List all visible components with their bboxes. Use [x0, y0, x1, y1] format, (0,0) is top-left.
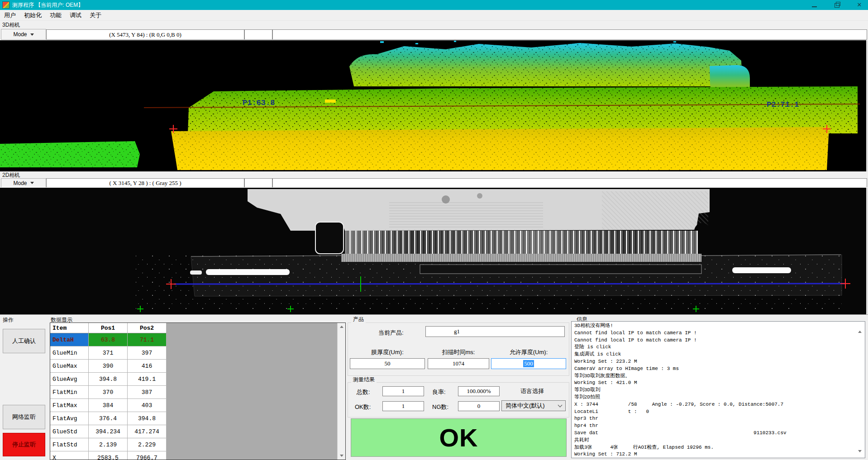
menu-item-user[interactable]: 用户 [0, 10, 20, 20]
restore-button[interactable] [831, 0, 843, 9]
ok-count-field[interactable]: 1 [382, 401, 424, 411]
log-scroll-down-button[interactable] [858, 452, 862, 460]
col-header-item[interactable]: Item [50, 323, 89, 333]
scroll-down-button[interactable] [338, 452, 345, 460]
film-thickness-field[interactable]: 50 [350, 358, 425, 369]
heightmap-3d-image: P1:63.8 P2:71.1 [0, 40, 868, 171]
viewport-edge [866, 40, 868, 171]
chevron-down-icon [30, 33, 34, 36]
log-line: Cannot find local IP to match camera IP … [574, 337, 865, 344]
table-scrollbar[interactable] [337, 323, 345, 460]
camera2d-aux-box [244, 178, 272, 188]
table-row-gluemin[interactable]: GlueMin 371 397 [50, 346, 167, 360]
ok-count-label: OK数: [355, 403, 371, 411]
log-line: 共耗时 [574, 437, 865, 444]
log-line: CameraV array to HImage time : 3 ms [574, 365, 865, 373]
log-line: hpr3 thr [574, 415, 865, 422]
ng-count-field[interactable]: 0 [458, 401, 500, 411]
total-label: 总数: [357, 388, 370, 396]
close-button[interactable]: ✕ [854, 0, 865, 9]
table-row-glueavg[interactable]: GlueAvg 394.8 419.1 [50, 373, 167, 386]
menu-item-debug[interactable]: 调试 [66, 10, 86, 20]
p1-measurement-label: P1:63.8 [243, 99, 275, 107]
network-listen-button[interactable]: 网络监听 [3, 405, 45, 429]
manual-confirm-button[interactable]: 人工确认 [3, 329, 45, 353]
restore-icon [835, 3, 839, 8]
log-scroll-up-button[interactable] [858, 323, 862, 331]
minimize-icon [812, 6, 817, 7]
scan-time-label: 扫描时间ms: [428, 348, 489, 356]
log-line: Working Set : 223.2 M [574, 358, 865, 365]
table-row-flatmax[interactable]: FlatMax 384 403 [50, 399, 167, 412]
current-product-label: 当前产品: [378, 329, 404, 337]
log-line: 加载3张 4张 行AOI检查, Elapsed 19296 ms. [574, 444, 865, 451]
allowed-thickness-field[interactable]: 500 [491, 358, 566, 369]
allowed-thickness-label: 允许厚度(Um): [491, 348, 566, 356]
log-line: Save dat 9110233.csv [574, 430, 865, 437]
scroll-down-icon [858, 450, 862, 460]
heightmap-yellow-slab [171, 127, 829, 170]
scroll-up-icon [340, 326, 343, 328]
results-group-label: 测量结果 [351, 376, 377, 384]
heightmap-main-slab [144, 86, 860, 133]
log-line: Cannot find local IP to match camera IP … [574, 330, 865, 337]
camera2d-pixel-readout: ( X 3145, Y 28 ) : ( Gray 255 ) [46, 178, 244, 188]
info-log[interactable]: 3D相机没有网络! Cannot find local IP to match … [571, 321, 865, 458]
current-product-field[interactable]: g1 [425, 326, 565, 337]
grayscale-2d-image [0, 188, 868, 315]
log-line: hpr4 thr [574, 422, 865, 430]
scan-time-field[interactable]: 1074 [428, 358, 489, 369]
camera2d-viewport[interactable] [0, 187, 868, 315]
camera2d-mode-button[interactable]: Mode [1, 178, 46, 188]
title-bar: 测厚程序 【当前用户: OEM】 ✕ [0, 0, 868, 10]
table-row-flatstd[interactable]: FlatStd 2.139 2.229 [50, 438, 167, 451]
yield-field[interactable]: 100.000% [458, 386, 500, 396]
status-result-box: OK [351, 418, 567, 457]
operations-section-label: 操作 [3, 316, 14, 324]
menu-item-about[interactable]: 关于 [86, 10, 105, 20]
measurement-table: Item Pos1 Pos2 DeltaH 63.8 71.1 GlueMin … [50, 322, 346, 460]
chevron-down-icon [558, 403, 563, 408]
language-dropdown[interactable]: 简体中文(默认) [501, 400, 566, 411]
camera3d-viewport[interactable]: P1:63.8 P2:71.1 [0, 40, 868, 171]
log-line: Working Set : 712.2 M [574, 451, 865, 458]
camera3d-section-label: 3D相机 [2, 21, 20, 29]
table-row-flatmin[interactable]: FlatMin 370 387 [50, 386, 167, 399]
col-header-pos1[interactable]: Pos1 [89, 323, 128, 333]
stop-listen-button[interactable]: 停止监听 [3, 433, 45, 456]
menu-item-init[interactable]: 初始化 [20, 10, 46, 20]
table-row-gluestd[interactable]: GlueStd 394.234 417.274 [50, 425, 167, 438]
log-line: LocateLi t : 0 [574, 408, 865, 416]
scroll-up-button[interactable] [338, 323, 345, 331]
camera3d-mode-label: Mode [13, 31, 27, 38]
log-line: X : 3744 /58 Angle : -0.279, Score : 0.0… [574, 401, 865, 408]
log-line: 集成调试 is click [574, 351, 865, 358]
language-select-label: 语言选择 [520, 387, 544, 395]
film-thickness-label: 膜厚度(Um): [350, 348, 425, 356]
camera3d-mode-button[interactable]: Mode [1, 29, 46, 40]
camera3d-pixel-readout: (X 5473, Y 84) : (R 0,G 0,B 0) [46, 29, 244, 40]
menu-item-function[interactable]: 功能 [46, 10, 66, 20]
selected-text: 500 [523, 360, 534, 367]
app-icon [2, 1, 10, 9]
table-row-flatavg[interactable]: FlatAvg 376.4 394.8 [50, 412, 167, 425]
log-line: 3D相机没有网络! [574, 322, 865, 330]
camera2d-status-box [272, 178, 867, 188]
viewport-edge [866, 188, 868, 315]
minimize-button[interactable] [808, 0, 820, 9]
table-row-x[interactable]: X 2583.5 7966.7 [50, 451, 167, 460]
log-line: 等到3D取到灰度图数据。 [574, 373, 865, 380]
total-field[interactable]: 1 [382, 386, 424, 396]
menu-bar: 用户 初始化 功能 调试 关于 [0, 10, 868, 21]
table-row-gluemax[interactable]: GlueMax 390 416 [50, 360, 167, 373]
log-line: Working Set : 421.0 M [574, 379, 865, 387]
col-header-pos2[interactable]: Pos2 [128, 323, 167, 333]
camera3d-aux-box [244, 29, 272, 40]
heightmap-left-band [0, 141, 140, 167]
chevron-down-icon [30, 182, 34, 184]
table-row-deltah[interactable]: DeltaH 63.8 71.1 [50, 333, 167, 346]
log-line: 等到2D拍照 [574, 394, 865, 401]
scroll-up-icon [858, 323, 862, 333]
app-window: 测厚程序 【当前用户: OEM】 ✕ 用户 初始化 功能 调试 关于 3D相机 … [0, 0, 868, 460]
ng-count-label: NG数: [432, 403, 448, 411]
